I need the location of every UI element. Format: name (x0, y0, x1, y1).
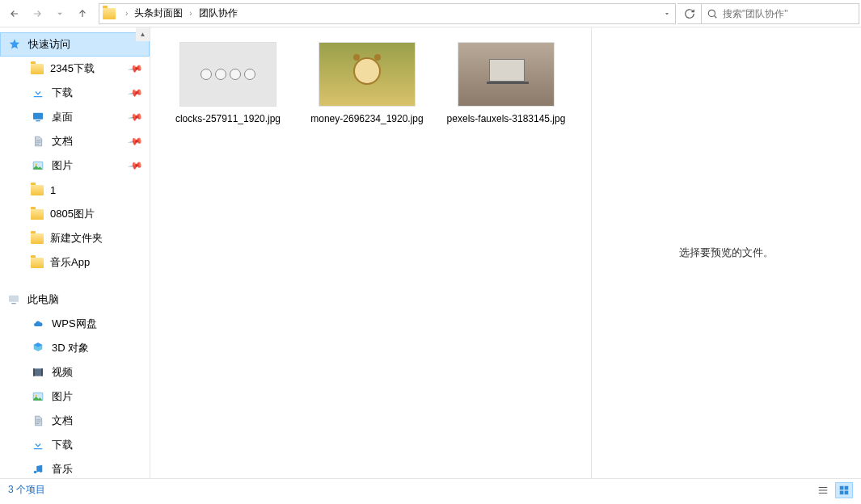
folder-icon (31, 233, 44, 244)
sidebar-item-pictures2[interactable]: 图片 (0, 384, 150, 409)
sidebar-item-downloads[interactable]: 下载 📌 (0, 81, 150, 105)
sidebar-item-label: 3D 对象 (52, 341, 89, 355)
status-item-count: 3 个项目 (8, 483, 45, 497)
svg-rect-8 (41, 368, 43, 376)
download-icon (31, 86, 45, 100)
file-name-label: clocks-257911_1920.jpg (163, 111, 293, 126)
toolbar: › 头条封面图 › 团队协作 (0, 0, 861, 27)
sidebar-this-pc[interactable]: 此电脑 (0, 288, 150, 312)
folder-icon (31, 258, 44, 268)
chevron-right-icon[interactable]: › (184, 9, 196, 18)
forward-button[interactable] (26, 3, 49, 24)
up-button[interactable] (71, 3, 94, 24)
breadcrumb-item[interactable]: 头条封面图 (133, 6, 184, 20)
sidebar-item-desktop[interactable]: 桌面 📌 (0, 105, 150, 129)
sidebar-item-label: 文档 (52, 134, 73, 149)
sidebar-item-downloads2[interactable]: 下载 (0, 433, 150, 457)
nav-buttons (0, 3, 97, 24)
sidebar-item-newfolder[interactable]: 新建文件夹 (0, 226, 150, 250)
sidebar-item-2345[interactable]: 2345下载 📌 (0, 57, 150, 81)
recent-locations-dropdown[interactable] (49, 3, 71, 24)
sidebar-item-label: 图片 (52, 158, 73, 173)
preview-pane: 选择要预览的文件。 (591, 27, 861, 478)
document-icon (31, 414, 45, 428)
breadcrumb: › 头条封面图 › 团队协作 (99, 6, 659, 20)
sidebar-item-pictures[interactable]: 图片 📌 (0, 153, 150, 178)
chevron-right-icon[interactable]: › (120, 9, 133, 18)
pin-icon: 📌 (127, 158, 143, 174)
svg-rect-7 (33, 368, 35, 376)
svg-rect-13 (840, 485, 844, 489)
scrollbar-up-arrow[interactable]: ▲ (136, 27, 150, 41)
sidebar-quick-access[interactable]: 快速访问 (0, 32, 150, 57)
file-thumbnail (179, 42, 276, 107)
svg-point-12 (40, 470, 43, 473)
sidebar-item-label: 此电脑 (27, 292, 59, 307)
file-item[interactable]: money-2696234_1920.jpg (298, 42, 437, 126)
sidebar-item-1[interactable]: 1 (0, 178, 150, 202)
file-name-label: pexels-fauxels-3183145.jpg (441, 111, 571, 126)
file-thumbnail (458, 42, 555, 107)
sidebar-item-label: 快速访问 (28, 37, 70, 52)
music-icon (31, 462, 45, 477)
main-area: ▲ 快速访问 2345下载 📌 下载 📌 桌面 📌 文档 📌 图片 (0, 27, 861, 478)
sidebar-item-3d[interactable]: 3D 对象 (0, 336, 150, 360)
sidebar-item-label: 桌面 (52, 110, 73, 124)
svg-rect-5 (11, 303, 15, 304)
search-icon (707, 8, 718, 19)
pin-icon: 📌 (127, 61, 143, 77)
sidebar-item-label: 下载 (52, 86, 73, 100)
sidebar-item-label: 2345下载 (50, 61, 95, 76)
view-details-button[interactable] (814, 482, 832, 498)
sidebar-item-documents2[interactable]: 文档 (0, 409, 150, 433)
document-icon (31, 134, 45, 149)
folder-icon (31, 185, 44, 195)
svg-rect-1 (33, 113, 43, 120)
folder-icon (31, 64, 44, 74)
files-pane[interactable]: clocks-257911_1920.jpg money-2696234_192… (150, 27, 591, 478)
file-item[interactable]: pexels-fauxels-3183145.jpg (437, 42, 576, 126)
sidebar-item-documents[interactable]: 文档 📌 (0, 129, 150, 153)
preview-empty-text: 选择要预览的文件。 (679, 246, 774, 260)
sidebar-item-label: 视频 (52, 365, 73, 380)
3d-icon (31, 341, 45, 355)
sidebar-item-music[interactable]: 音乐 (0, 457, 150, 478)
pin-icon: 📌 (127, 133, 143, 149)
sidebar-item-label: 图片 (52, 389, 73, 404)
sidebar-item-video[interactable]: 视频 (0, 360, 150, 384)
folder-icon (103, 8, 116, 19)
svg-rect-14 (845, 485, 849, 489)
address-bar[interactable]: › 头条封面图 › 团队协作 (99, 3, 676, 24)
status-bar: 3 个项目 (0, 478, 861, 501)
sidebar: ▲ 快速访问 2345下载 📌 下载 📌 桌面 📌 文档 📌 图片 (0, 27, 150, 478)
svg-point-10 (36, 395, 37, 397)
search-box[interactable] (702, 3, 859, 24)
sidebar-item-label: 新建文件夹 (50, 231, 103, 246)
star-icon (7, 37, 22, 52)
back-button[interactable] (3, 3, 26, 24)
sidebar-item-musicapp[interactable]: 音乐App (0, 250, 150, 275)
svg-rect-15 (840, 490, 844, 494)
sidebar-item-0805[interactable]: 0805图片 (0, 202, 150, 226)
desktop-icon (31, 110, 45, 124)
svg-point-11 (34, 471, 37, 474)
sidebar-item-label: 下载 (52, 438, 73, 452)
view-switcher (814, 482, 853, 498)
content-area: clocks-257911_1920.jpg money-2696234_192… (150, 27, 861, 478)
folder-icon (31, 209, 44, 220)
address-dropdown-button[interactable] (659, 4, 675, 23)
picture-icon (31, 389, 45, 404)
refresh-button[interactable] (677, 3, 702, 24)
video-icon (31, 365, 45, 380)
breadcrumb-item[interactable]: 团队协作 (197, 6, 239, 20)
pin-icon: 📌 (127, 109, 143, 125)
pin-icon: 📌 (127, 85, 143, 101)
search-input[interactable] (723, 8, 859, 19)
sidebar-item-label: 0805图片 (50, 207, 95, 221)
sidebar-item-label: 文档 (52, 414, 73, 428)
file-item[interactable]: clocks-257911_1920.jpg (158, 42, 298, 126)
sidebar-item-wps[interactable]: WPS网盘 (0, 312, 150, 336)
file-name-label: money-2696234_1920.jpg (302, 111, 432, 126)
svg-point-3 (36, 164, 37, 166)
view-thumbnails-button[interactable] (835, 482, 853, 498)
